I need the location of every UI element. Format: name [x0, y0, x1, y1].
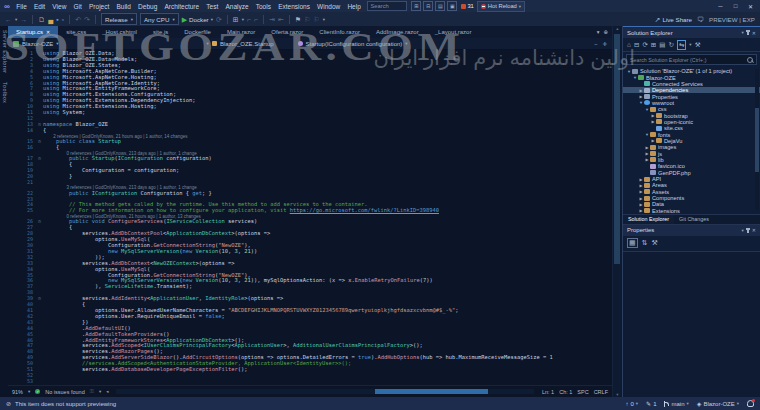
float-window-icon[interactable]: ⊕: [603, 29, 608, 35]
zoom-dropdown[interactable]: 91%: [12, 389, 23, 395]
navigate-forward-icon[interactable]: →: [20, 16, 27, 23]
maximize-button[interactable]: □: [729, 1, 742, 11]
uncomment-icon[interactable]: ⌐: [254, 16, 258, 23]
tab-startup.cs[interactable]: Startup.cs✕: [8, 26, 58, 38]
vertical-scrollbar-thumb[interactable]: [614, 34, 620, 264]
menu-item-build[interactable]: Build: [113, 3, 135, 10]
sync-with-active-document-icon[interactable]: ⇆: [677, 40, 686, 50]
git-branch-button[interactable]: main ▾: [664, 401, 688, 407]
switch-views-icon[interactable]: ⊟: [634, 41, 639, 49]
pin-icon[interactable]: [747, 30, 749, 35]
start-debug-button[interactable]: ▶ Docker ▾: [182, 16, 213, 23]
notifications-badge[interactable]: 31: [461, 3, 473, 9]
bottom-tab-git-changes[interactable]: Git Changes: [674, 215, 714, 224]
show-all-files-icon[interactable]: ▤: [659, 41, 665, 49]
alphabetical-icon[interactable]: ⇅: [642, 239, 648, 247]
back-dropdown-icon[interactable]: ▾: [15, 17, 17, 22]
line-indicator[interactable]: Ln: 1: [542, 389, 554, 395]
document-list-icon[interactable]: ▾: [597, 29, 600, 35]
menu-item-tools[interactable]: Tools: [252, 3, 274, 10]
categorized-icon[interactable]: ▦: [627, 238, 638, 248]
chevron-down-icon[interactable]: ▾: [742, 228, 744, 233]
live-share-button[interactable]: ↗ Live Share: [655, 16, 692, 23]
bookmark-dropdown-icon[interactable]: ▾: [323, 17, 325, 22]
git-push-button[interactable]: ↑ 0 ▾: [626, 401, 639, 407]
minimize-button[interactable]: ─: [714, 1, 727, 11]
configuration-dropdown[interactable]: Release▾: [101, 13, 137, 25]
spaces-indicator[interactable]: SPC: [577, 389, 588, 395]
tab-clientinfo.razor[interactable]: ClientInfo.razor: [311, 26, 368, 38]
panel-layout-icon[interactable]: ▤: [435, 1, 445, 11]
vertical-scrollbar[interactable]: ▴ ▾: [612, 26, 622, 397]
feedback-icon[interactable]: 🗨: [697, 16, 704, 23]
undo-icon[interactable]: ↶: [75, 16, 81, 23]
close-icon[interactable]: ✕: [752, 227, 756, 233]
menu-item-window[interactable]: Window: [314, 3, 344, 10]
find-dropdown-icon[interactable]: ▾: [242, 17, 244, 22]
window-split-icon[interactable]: ⊟: [423, 1, 433, 11]
property-pages-icon[interactable]: ⚒: [652, 239, 658, 247]
tab-oferta.razor[interactable]: Oferta.razor: [263, 26, 311, 38]
tab-_host.cshtml[interactable]: _Host.cshtml: [94, 26, 145, 38]
refresh-icon[interactable]: ↻: [668, 41, 673, 49]
layout-toggle-icon[interactable]: ⊞: [411, 1, 421, 11]
breadcrumb-type-dropdown[interactable]: Blazor_OZE.Startup: [220, 41, 274, 47]
indent-icon[interactable]: ⇥: [269, 16, 275, 23]
tree-scrollbar-thumb[interactable]: [755, 108, 759, 171]
menu-item-view[interactable]: View: [49, 3, 70, 10]
code-editor[interactable]: 1using Blazor_OZE.Data;2using Blazor_OZE…: [8, 50, 612, 385]
close-button[interactable]: ✕: [744, 1, 757, 11]
menu-item-project[interactable]: Project: [85, 3, 112, 10]
menu-item-help[interactable]: Help: [344, 3, 365, 10]
hot-reload-toolbar-icon[interactable]: ⟳: [216, 16, 222, 23]
column-indicator[interactable]: Ch: 1: [559, 389, 572, 395]
menu-item-debug[interactable]: Debug: [135, 3, 161, 10]
menu-item-test[interactable]: Test: [203, 3, 222, 10]
tree-scrollbar[interactable]: [755, 69, 759, 210]
bookmark-icon[interactable]: ⚑: [295, 16, 301, 23]
toolbox-vertical-tab[interactable]: Toolbox: [0, 82, 8, 103]
menu-item-file[interactable]: File: [13, 3, 31, 10]
collapse-regions-icon[interactable]: −: [594, 41, 597, 47]
open-folder-icon[interactable]: ▄: [48, 16, 53, 23]
close-icon[interactable]: ✕: [46, 29, 50, 35]
solution-explorer-search-input[interactable]: Search Solution Explorer (Ctrl+;): [626, 54, 757, 65]
line-ending-indicator[interactable]: CRLF: [594, 389, 608, 395]
horizontal-scrollbar[interactable]: [116, 389, 533, 394]
menu-item-edit[interactable]: Edit: [30, 3, 48, 10]
home-icon[interactable]: ⌂: [627, 41, 631, 48]
tab-main.razor[interactable]: Main.razor: [219, 26, 263, 38]
close-icon[interactable]: ✕: [752, 30, 756, 36]
git-repo-button[interactable]: ◈ Blazor-OZE ▾: [697, 400, 739, 407]
new-project-icon[interactable]: 🗋: [38, 16, 45, 23]
health-status-label[interactable]: No issues found: [45, 389, 84, 395]
tab-site.css[interactable]: site.css: [58, 26, 94, 38]
breadcrumb-member-dropdown[interactable]: Startup(IConfiguration configuration): [306, 41, 403, 47]
code-cleanup-icon[interactable]: ⚿: [90, 389, 94, 395]
code-line[interactable]: 53: [8, 379, 612, 385]
chevron-down-icon[interactable]: ▾: [742, 30, 744, 35]
find-in-files-icon[interactable]: ⊞: [233, 16, 239, 23]
tab-dockerfile[interactable]: Dockerfile: [176, 26, 219, 38]
save-all-icon[interactable]: ▫: [62, 16, 64, 23]
git-changes-button[interactable]: ✎ 1: [646, 400, 656, 407]
menu-item-analyze[interactable]: Analyze: [222, 3, 252, 10]
tree-item-extensions[interactable]: ▶Extensions: [623, 208, 760, 214]
search-input[interactable]: Search: [367, 1, 407, 11]
menu-item-extensions[interactable]: Extensions: [275, 3, 314, 10]
comment-icon[interactable]: ⌐: [247, 16, 251, 23]
hot-reload-button[interactable]: Hot Reload ▾: [477, 1, 525, 12]
next-bookmark-icon[interactable]: ⚐: [313, 16, 319, 23]
bottom-tab-solution-explorer[interactable]: Solution Explorer: [623, 215, 674, 224]
pin-icon[interactable]: [747, 228, 749, 233]
expand-regions-icon[interactable]: ✛: [602, 41, 607, 47]
platform-dropdown[interactable]: Any CPU▾: [140, 13, 179, 25]
outdent-icon[interactable]: ⇤: [278, 16, 284, 23]
redo-icon[interactable]: ↷: [84, 16, 90, 23]
scroll-up-icon[interactable]: ▴: [616, 26, 618, 31]
menu-item-git[interactable]: Git: [70, 3, 86, 10]
horizontal-scrollbar-thumb[interactable]: [375, 389, 488, 394]
breadcrumb-project-dropdown[interactable]: Blazor-OZE: [22, 41, 53, 47]
menu-item-architecture[interactable]: Architecture: [161, 3, 203, 10]
notifications-bell-icon[interactable]: [747, 400, 754, 407]
